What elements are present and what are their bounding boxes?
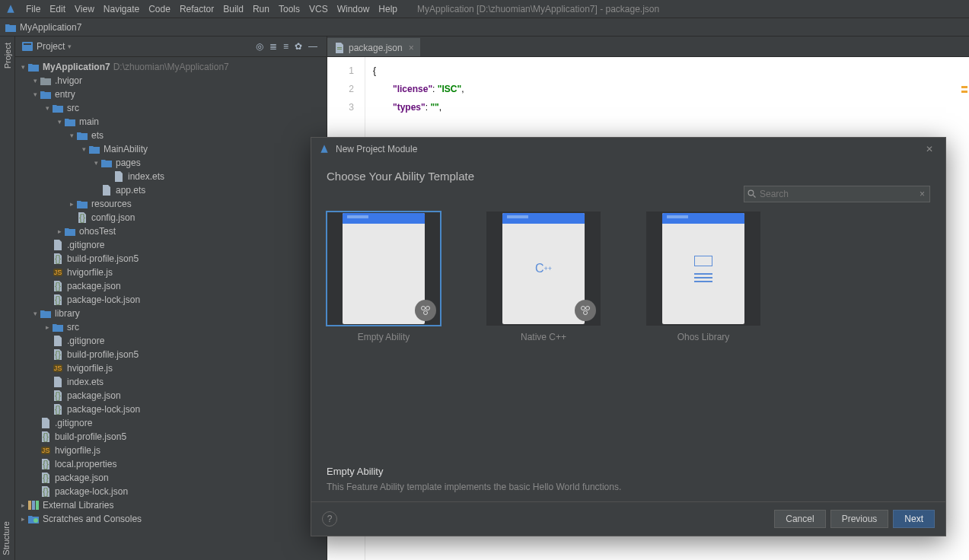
json-icon: {} xyxy=(40,485,52,498)
hide-icon[interactable]: — xyxy=(305,41,320,52)
dialog-heading: Choose Your Ability Template xyxy=(327,170,930,183)
svg-point-24 xyxy=(584,311,588,315)
tree-node[interactable]: {}package.json xyxy=(15,389,327,402)
menu-window[interactable]: Window xyxy=(333,2,375,16)
tree-node[interactable]: ▾main xyxy=(15,115,327,129)
previous-button[interactable]: Previous xyxy=(830,510,889,528)
json-icon: {} xyxy=(52,280,64,292)
file-icon xyxy=(100,184,113,196)
project-tree[interactable]: ▾MyApplication7D:\zhuomian\MyApplication… xyxy=(15,57,327,560)
help-icon[interactable]: ? xyxy=(322,511,337,527)
tree-node[interactable]: {}package-lock.json xyxy=(15,485,327,498)
close-icon[interactable]: × xyxy=(409,43,414,53)
file-icon xyxy=(52,376,64,388)
settings-icon[interactable]: ✿ xyxy=(292,41,305,52)
tree-node[interactable]: app.ets xyxy=(15,183,327,197)
tree-node[interactable]: {}config.json xyxy=(15,211,327,224)
menu-tools[interactable]: Tools xyxy=(274,2,304,16)
template-grid: Empty AbilityC++Native C++Ohos Library xyxy=(327,212,930,342)
tree-node[interactable]: JShvigorfile.js xyxy=(15,266,327,279)
structure-tool-button[interactable]: Structure xyxy=(0,517,12,560)
tree-node[interactable]: {}package.json xyxy=(15,279,327,293)
template-card[interactable]: Empty Ability xyxy=(327,212,441,342)
svg-point-17 xyxy=(748,190,754,196)
expand-all-icon[interactable]: ≣ xyxy=(266,41,280,52)
tree-node[interactable]: .gitignore xyxy=(15,334,327,348)
menu-code[interactable]: Code xyxy=(144,2,175,16)
chevron-down-icon[interactable]: ▾ xyxy=(65,43,74,50)
menu-file[interactable]: File xyxy=(21,2,45,16)
tree-node[interactable]: .gitignore xyxy=(15,238,327,252)
tree-node[interactable]: {}package-lock.json xyxy=(15,293,327,307)
menu-help[interactable]: Help xyxy=(374,2,402,16)
next-button[interactable]: Next xyxy=(893,510,935,528)
svg-point-23 xyxy=(586,307,590,310)
svg-text:{}: {} xyxy=(43,459,49,469)
clear-icon[interactable]: × xyxy=(918,189,926,199)
tree-node[interactable]: ▾library xyxy=(15,307,327,320)
badge-icon xyxy=(415,300,436,321)
menu-view[interactable]: View xyxy=(70,2,99,16)
project-view-label[interactable]: Project xyxy=(37,41,65,52)
tree-node[interactable]: .gitignore xyxy=(15,416,327,430)
tree-node[interactable]: index.ets xyxy=(15,170,327,183)
app-logo-icon xyxy=(5,3,17,15)
tree-node[interactable]: ▸Scratches and Consoles xyxy=(15,512,327,526)
folderblue-icon xyxy=(52,321,64,333)
template-card[interactable]: Ohos Library xyxy=(646,212,760,342)
tree-node[interactable]: index.ets xyxy=(15,375,327,389)
module-icon xyxy=(40,88,52,100)
tree-node[interactable]: {}build-profile.json5 xyxy=(15,430,327,444)
svg-point-21 xyxy=(424,311,428,315)
close-icon[interactable]: ✕ xyxy=(921,142,938,156)
svg-text:{}: {} xyxy=(79,212,85,223)
json-icon: {} xyxy=(52,403,64,415)
svg-text:{}: {} xyxy=(55,390,61,401)
editor-tab[interactable]: package.json × xyxy=(327,38,420,56)
svg-point-19 xyxy=(422,307,426,310)
dialog-title: New Project Module xyxy=(336,144,417,154)
tree-node[interactable]: {}build-profile.json5 xyxy=(15,348,327,361)
tree-node[interactable]: {}package-lock.json xyxy=(15,402,327,416)
menu-refactor[interactable]: Refactor xyxy=(175,2,218,16)
tree-node[interactable]: ▸src xyxy=(15,320,327,334)
file-icon xyxy=(52,239,64,251)
tree-node[interactable]: ▾MainAbility xyxy=(15,142,327,156)
template-card[interactable]: C++Native C++ xyxy=(486,212,601,342)
menu-build[interactable]: Build xyxy=(218,2,248,16)
tree-node[interactable]: ▸resources xyxy=(15,197,327,211)
menu-navigate[interactable]: Navigate xyxy=(99,2,144,16)
folderblue-icon xyxy=(52,102,64,114)
project-tool-button[interactable]: Project xyxy=(3,37,12,75)
tree-root[interactable]: ▾MyApplication7D:\zhuomian\MyApplication… xyxy=(15,60,327,74)
new-module-dialog: New Project Module ✕ Choose Your Ability… xyxy=(311,137,946,536)
search-box[interactable]: × xyxy=(744,186,930,202)
tree-node[interactable]: ▾pages xyxy=(15,156,327,170)
js-icon: JS xyxy=(52,362,64,374)
tree-node[interactable]: {}package.json xyxy=(15,471,327,485)
tree-node[interactable]: ▾entry xyxy=(15,88,327,101)
tree-node[interactable]: ▸External Libraries xyxy=(15,498,327,512)
json-icon: {} xyxy=(52,390,64,402)
tree-node[interactable]: ▾src xyxy=(15,101,327,115)
js-icon: JS xyxy=(40,444,52,457)
menu-run[interactable]: Run xyxy=(248,2,274,16)
search-input[interactable] xyxy=(757,189,918,199)
tree-node[interactable]: JShvigorfile.js xyxy=(15,444,327,457)
menu-vcs[interactable]: VCS xyxy=(304,2,333,16)
svg-text:{}: {} xyxy=(55,294,61,305)
breadcrumb[interactable]: MyApplication7 xyxy=(5,21,81,33)
locate-icon[interactable]: ◎ xyxy=(253,41,266,52)
tree-node[interactable]: ▾ets xyxy=(15,129,327,142)
tree-node[interactable]: {}build-profile.json5 xyxy=(15,252,327,266)
tree-node[interactable]: JShvigorfile.js xyxy=(15,361,327,375)
collapse-all-icon[interactable]: ≡ xyxy=(280,41,292,52)
scratch-icon xyxy=(27,513,40,525)
file-icon xyxy=(40,417,52,429)
tree-node[interactable]: {}local.properties xyxy=(15,457,327,471)
tree-node[interactable]: ▾.hvigor xyxy=(15,74,327,88)
menu-edit[interactable]: Edit xyxy=(45,2,70,16)
tree-node[interactable]: ▸ohosTest xyxy=(15,224,327,238)
svg-point-16 xyxy=(33,518,38,523)
cancel-button[interactable]: Cancel xyxy=(774,510,825,528)
